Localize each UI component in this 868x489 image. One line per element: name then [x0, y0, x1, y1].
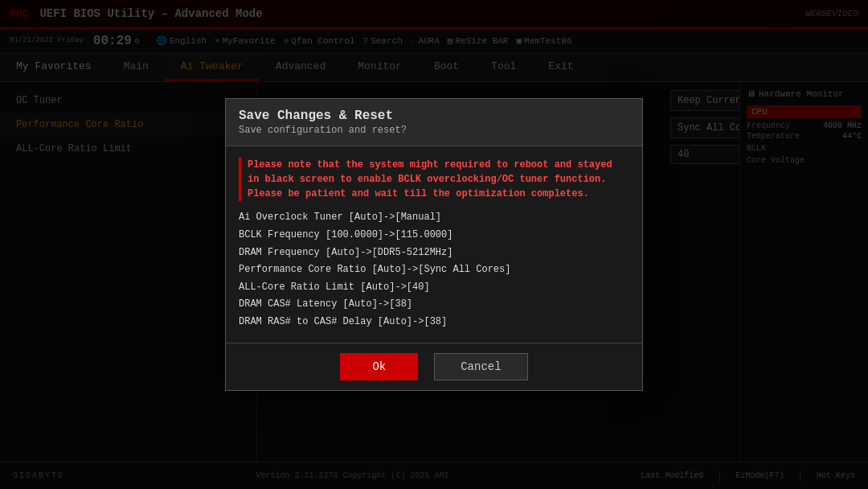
- ok-button[interactable]: Ok: [340, 353, 418, 380]
- modal-footer: Ok Cancel: [226, 343, 642, 390]
- change-perf-core: Performance Core Ratio [Auto]->[Sync All…: [239, 261, 629, 279]
- change-dram-cas: DRAM CAS# Latency [Auto]->[38]: [239, 296, 629, 314]
- modal-overlay: Save Changes & Reset Save configuration …: [0, 0, 868, 489]
- change-all-core: ALL-Core Ratio Limit [Auto]->[40]: [239, 279, 629, 297]
- change-dram-freq: DRAM Frequency [Auto]->[DDR5-5212MHz]: [239, 244, 629, 262]
- change-bclk: BCLK Frequency [100.0000]->[115.0000]: [239, 227, 629, 244]
- save-reset-modal: Save Changes & Reset Save configuration …: [225, 98, 643, 390]
- modal-header: Save Changes & Reset Save configuration …: [226, 99, 642, 146]
- modal-warning-text: Please note that the system might requir…: [239, 158, 629, 201]
- modal-body: Please note that the system might requir…: [226, 146, 642, 342]
- change-dram-ras: DRAM RAS# to CAS# Delay [Auto]->[38]: [239, 314, 629, 331]
- change-ai-overclock: Ai Overclock Tuner [Auto]->[Manual]: [239, 209, 629, 227]
- cancel-button[interactable]: Cancel: [434, 353, 527, 380]
- modal-title: Save Changes & Reset: [239, 109, 629, 123]
- modal-subtitle: Save configuration and reset?: [239, 125, 629, 136]
